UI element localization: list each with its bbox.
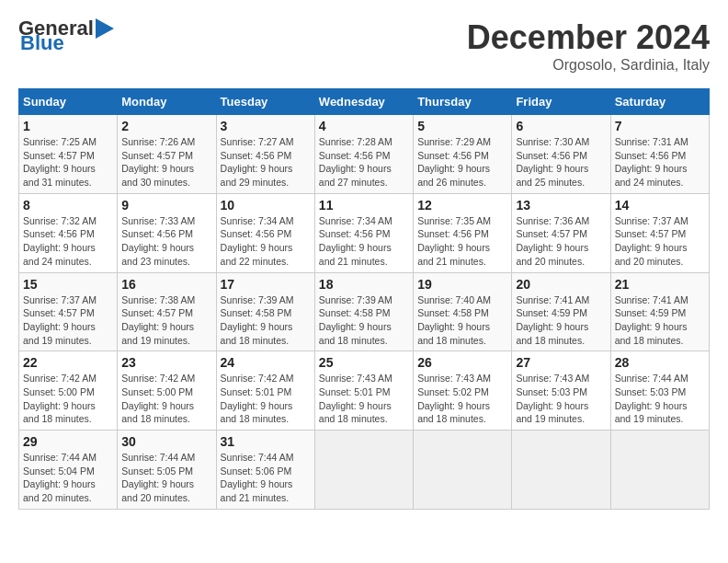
day-number: 2: [121, 119, 211, 133]
day-number: 15: [23, 277, 113, 292]
calendar-day-cell: 23Sunrise: 7:42 AMSunset: 5:00 PMDayligh…: [118, 351, 216, 431]
weekday-header-cell: Tuesday: [216, 89, 314, 115]
calendar-day-cell: 1Sunrise: 7:25 AMSunset: 4:57 PMDaylight…: [19, 115, 118, 194]
calendar-day-cell: 30Sunrise: 7:44 AMSunset: 5:05 PMDayligh…: [118, 431, 216, 510]
calendar-day-cell: 21Sunrise: 7:41 AMSunset: 4:59 PMDayligh…: [610, 272, 709, 351]
weekday-header-cell: Sunday: [19, 89, 118, 115]
calendar-week-row: 29Sunrise: 7:44 AMSunset: 5:04 PMDayligh…: [19, 431, 710, 510]
day-number: 4: [319, 119, 409, 133]
calendar-day-cell: 10Sunrise: 7:34 AMSunset: 4:56 PMDayligh…: [216, 193, 314, 272]
day-number: 12: [417, 198, 507, 213]
logo-arrow-icon: [96, 18, 123, 39]
day-detail: Sunrise: 7:30 AMSunset: 4:56 PMDaylight:…: [516, 135, 606, 190]
day-detail: Sunrise: 7:33 AMSunset: 4:56 PMDaylight:…: [121, 214, 211, 269]
day-detail: Sunrise: 7:32 AMSunset: 4:56 PMDaylight:…: [23, 214, 113, 269]
day-detail: Sunrise: 7:34 AMSunset: 4:56 PMDaylight:…: [319, 214, 409, 269]
day-number: 17: [221, 277, 311, 292]
calendar-day-cell: 27Sunrise: 7:43 AMSunset: 5:03 PMDayligh…: [512, 351, 610, 431]
day-number: 27: [516, 355, 606, 370]
day-number: 20: [516, 277, 606, 292]
day-detail: Sunrise: 7:44 AMSunset: 5:06 PMDaylight:…: [221, 451, 311, 505]
weekday-header-cell: Wednesday: [314, 89, 413, 115]
location-subtitle: Orgosolo, Sardinia, Italy: [467, 57, 710, 74]
day-detail: Sunrise: 7:43 AMSunset: 5:03 PMDaylight:…: [516, 372, 606, 426]
calendar-day-cell: 24Sunrise: 7:42 AMSunset: 5:01 PMDayligh…: [216, 351, 314, 431]
day-detail: Sunrise: 7:36 AMSunset: 4:57 PMDaylight:…: [516, 214, 606, 269]
day-detail: Sunrise: 7:27 AMSunset: 4:56 PMDaylight:…: [221, 135, 311, 190]
day-detail: Sunrise: 7:43 AMSunset: 5:02 PMDaylight:…: [417, 372, 507, 426]
weekday-header-row: SundayMondayTuesdayWednesdayThursdayFrid…: [19, 89, 710, 115]
day-number: 10: [221, 198, 311, 213]
page-header: General Blue December 2024 Orgosolo, Sar…: [18, 18, 710, 74]
day-number: 11: [319, 198, 409, 213]
day-number: 8: [23, 198, 113, 213]
day-detail: Sunrise: 7:35 AMSunset: 4:56 PMDaylight:…: [417, 214, 507, 269]
weekday-header-cell: Friday: [512, 89, 610, 115]
calendar-day-cell: 20Sunrise: 7:41 AMSunset: 4:59 PMDayligh…: [512, 272, 610, 351]
calendar-day-cell: 11Sunrise: 7:34 AMSunset: 4:56 PMDayligh…: [314, 193, 413, 272]
day-number: 1: [23, 119, 113, 133]
day-detail: Sunrise: 7:37 AMSunset: 4:57 PMDaylight:…: [23, 293, 113, 348]
day-detail: Sunrise: 7:25 AMSunset: 4:57 PMDaylight:…: [23, 135, 113, 190]
title-area: December 2024 Orgosolo, Sardinia, Italy: [467, 18, 710, 74]
calendar-day-cell: 13Sunrise: 7:36 AMSunset: 4:57 PMDayligh…: [512, 193, 610, 272]
calendar-week-row: 15Sunrise: 7:37 AMSunset: 4:57 PMDayligh…: [19, 272, 710, 351]
day-number: 25: [319, 355, 409, 370]
calendar-day-cell: [414, 431, 512, 510]
day-number: 5: [417, 119, 507, 133]
day-detail: Sunrise: 7:37 AMSunset: 4:57 PMDaylight:…: [615, 214, 705, 269]
svg-marker-0: [96, 18, 114, 39]
day-number: 13: [516, 198, 606, 213]
logo-text-blue: Blue: [18, 33, 64, 53]
day-number: 26: [417, 355, 507, 370]
day-detail: Sunrise: 7:42 AMSunset: 5:00 PMDaylight:…: [121, 372, 211, 426]
calendar-day-cell: 25Sunrise: 7:43 AMSunset: 5:01 PMDayligh…: [314, 351, 413, 431]
calendar-day-cell: 26Sunrise: 7:43 AMSunset: 5:02 PMDayligh…: [414, 351, 512, 431]
day-number: 6: [516, 119, 606, 133]
day-number: 29: [23, 434, 113, 449]
calendar-day-cell: 3Sunrise: 7:27 AMSunset: 4:56 PMDaylight…: [216, 115, 314, 194]
day-detail: Sunrise: 7:26 AMSunset: 4:57 PMDaylight:…: [121, 135, 211, 190]
calendar-day-cell: 2Sunrise: 7:26 AMSunset: 4:57 PMDaylight…: [118, 115, 216, 194]
day-number: 31: [221, 434, 311, 449]
day-number: 14: [615, 198, 705, 213]
calendar-day-cell: 29Sunrise: 7:44 AMSunset: 5:04 PMDayligh…: [19, 431, 118, 510]
day-number: 22: [23, 355, 113, 370]
day-number: 19: [417, 277, 507, 292]
day-number: 7: [615, 119, 705, 133]
day-detail: Sunrise: 7:44 AMSunset: 5:04 PMDaylight:…: [23, 451, 113, 505]
calendar-day-cell: 28Sunrise: 7:44 AMSunset: 5:03 PMDayligh…: [610, 351, 709, 431]
calendar-body: 1Sunrise: 7:25 AMSunset: 4:57 PMDaylight…: [19, 115, 710, 510]
day-detail: Sunrise: 7:42 AMSunset: 5:00 PMDaylight:…: [23, 372, 113, 426]
day-number: 23: [121, 355, 211, 370]
calendar-week-row: 1Sunrise: 7:25 AMSunset: 4:57 PMDaylight…: [19, 115, 710, 194]
calendar-week-row: 8Sunrise: 7:32 AMSunset: 4:56 PMDaylight…: [19, 193, 710, 272]
day-number: 21: [615, 277, 705, 292]
weekday-header-cell: Saturday: [610, 89, 709, 115]
calendar-day-cell: [610, 431, 709, 510]
day-number: 9: [121, 198, 211, 213]
day-detail: Sunrise: 7:41 AMSunset: 4:59 PMDaylight:…: [516, 293, 606, 348]
calendar-week-row: 22Sunrise: 7:42 AMSunset: 5:00 PMDayligh…: [19, 351, 710, 431]
logo: General Blue: [18, 18, 123, 53]
day-detail: Sunrise: 7:44 AMSunset: 5:03 PMDaylight:…: [615, 372, 705, 426]
day-detail: Sunrise: 7:39 AMSunset: 4:58 PMDaylight:…: [221, 293, 311, 348]
day-number: 16: [121, 277, 211, 292]
calendar-day-cell: 5Sunrise: 7:29 AMSunset: 4:56 PMDaylight…: [414, 115, 512, 194]
day-detail: Sunrise: 7:34 AMSunset: 4:56 PMDaylight:…: [221, 214, 311, 269]
calendar-day-cell: [512, 431, 610, 510]
calendar-day-cell: 15Sunrise: 7:37 AMSunset: 4:57 PMDayligh…: [19, 272, 118, 351]
calendar-day-cell: 19Sunrise: 7:40 AMSunset: 4:58 PMDayligh…: [414, 272, 512, 351]
day-detail: Sunrise: 7:39 AMSunset: 4:58 PMDaylight:…: [319, 293, 409, 348]
day-detail: Sunrise: 7:44 AMSunset: 5:05 PMDaylight:…: [121, 451, 211, 505]
day-number: 24: [221, 355, 311, 370]
calendar-day-cell: 16Sunrise: 7:38 AMSunset: 4:57 PMDayligh…: [118, 272, 216, 351]
calendar-day-cell: 7Sunrise: 7:31 AMSunset: 4:56 PMDaylight…: [610, 115, 709, 194]
day-detail: Sunrise: 7:28 AMSunset: 4:56 PMDaylight:…: [319, 135, 409, 190]
weekday-header-cell: Monday: [118, 89, 216, 115]
day-number: 3: [221, 119, 311, 133]
calendar-day-cell: 22Sunrise: 7:42 AMSunset: 5:00 PMDayligh…: [19, 351, 118, 431]
weekday-header-cell: Thursday: [414, 89, 512, 115]
calendar-day-cell: 6Sunrise: 7:30 AMSunset: 4:56 PMDaylight…: [512, 115, 610, 194]
calendar-day-cell: 8Sunrise: 7:32 AMSunset: 4:56 PMDaylight…: [19, 193, 118, 272]
